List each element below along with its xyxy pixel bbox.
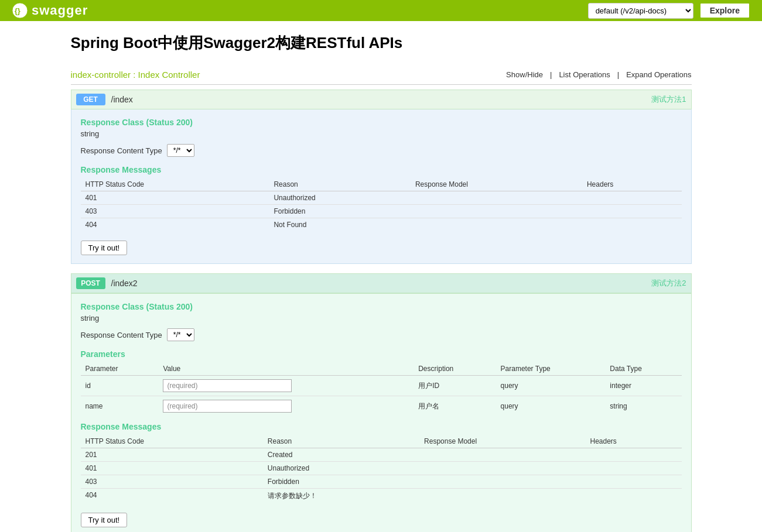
reason: Forbidden: [269, 205, 410, 218]
post-response-class-title: Response Class (Status 200): [81, 302, 682, 311]
response-model: [419, 489, 585, 504]
headers: [586, 475, 682, 489]
table-row: 401 Unauthorized: [81, 462, 682, 475]
post-col-headers: Headers: [586, 435, 682, 448]
swagger-logo: {} swagger: [12, 2, 88, 19]
post-col-model: Response Model: [419, 435, 585, 448]
param-input[interactable]: [163, 400, 292, 413]
post-operation-header[interactable]: POST /index2 测试方法2: [71, 273, 692, 293]
headers: [582, 205, 682, 218]
post-method-badge: POST: [76, 277, 105, 289]
page-title: Spring Boot中使用Swagger2构建RESTful APIs: [71, 33, 692, 53]
get-col-headers: Headers: [582, 178, 682, 191]
get-operation-header[interactable]: GET /index 测试方法1: [71, 90, 692, 109]
response-model: [411, 205, 582, 218]
get-response-type: string: [81, 129, 682, 138]
headers: [586, 448, 682, 462]
param-value: [158, 376, 414, 396]
get-col-status: HTTP Status Code: [81, 178, 269, 191]
response-model: [419, 462, 585, 475]
post-content-type-row: Response Content Type */*: [81, 328, 682, 341]
status-code: 201: [81, 448, 263, 462]
response-model: [419, 475, 585, 489]
get-content-type-select[interactable]: */*: [167, 144, 194, 157]
response-model: [411, 218, 582, 232]
post-try-it-button[interactable]: Try it out!: [81, 513, 128, 527]
headers: [582, 191, 682, 205]
list-operations-link[interactable]: List Operations: [559, 70, 610, 79]
reason: Not Found: [269, 218, 410, 232]
param-input[interactable]: [163, 379, 292, 392]
param-description: 用户名: [414, 396, 496, 417]
param-col-desc: Description: [414, 362, 496, 376]
table-row: 403 Forbidden: [81, 205, 682, 218]
param-data-type: string: [605, 396, 681, 417]
post-response-table: HTTP Status Code Reason Response Model H…: [81, 435, 682, 503]
expand-operations-link[interactable]: Expand Operations: [626, 70, 691, 79]
headers: [586, 489, 682, 504]
post-operation-link[interactable]: 测试方法2: [651, 278, 686, 289]
get-operation-body: Response Class (Status 200) string Respo…: [71, 109, 692, 264]
param-description: 用户ID: [414, 376, 496, 396]
param-col-value: Value: [158, 362, 414, 376]
get-content-type-label: Response Content Type: [81, 146, 162, 155]
response-model: [411, 191, 582, 205]
post-content-type-select[interactable]: */*: [167, 328, 194, 341]
status-code: 403: [81, 475, 263, 489]
param-data-type: integer: [605, 376, 681, 396]
headers: [582, 218, 682, 232]
param-name: id: [81, 376, 159, 396]
param-type: query: [496, 396, 606, 417]
get-try-it-button[interactable]: Try it out!: [81, 241, 128, 255]
nav-left: {} swagger: [12, 2, 88, 19]
controller-header: index-controller : Index Controller Show…: [71, 65, 692, 85]
param-col-name: Parameter: [81, 362, 159, 376]
status-code: 401: [81, 462, 263, 475]
list-item: name 用户名 query string: [81, 396, 682, 417]
post-content-type-label: Response Content Type: [81, 331, 162, 339]
swagger-title: swagger: [32, 3, 88, 18]
table-row: 403 Forbidden: [81, 475, 682, 489]
post-response-type: string: [81, 314, 682, 322]
get-response-class-title: Response Class (Status 200): [81, 118, 682, 127]
table-row: 404 请求参数缺少！: [81, 489, 682, 504]
get-operation-block: GET /index 测试方法1 Response Class (Status …: [71, 90, 692, 264]
post-params-table: Parameter Value Description Parameter Ty…: [81, 362, 682, 416]
param-type: query: [496, 376, 606, 396]
get-operation-path: /index: [111, 95, 133, 104]
status-code: 404: [81, 218, 269, 232]
table-row: 201 Created: [81, 448, 682, 462]
controller-actions: Show/Hide | List Operations | Expand Ope…: [506, 70, 691, 79]
param-name: name: [81, 396, 159, 417]
post-col-reason: Reason: [263, 435, 419, 448]
get-method-badge: GET: [76, 94, 105, 105]
post-operation-block: POST /index2 测试方法2 Response Class (Statu…: [71, 273, 692, 532]
get-response-table: HTTP Status Code Reason Response Model H…: [81, 178, 682, 231]
svg-text:{}: {}: [15, 6, 20, 15]
reason: 请求参数缺少！: [263, 489, 419, 504]
response-model: [419, 448, 585, 462]
get-response-messages-title: Response Messages: [81, 165, 682, 174]
controller-name: index-controller : Index Controller: [71, 70, 200, 80]
param-col-dtype: Data Type: [605, 362, 681, 376]
param-value: [158, 396, 414, 417]
show-hide-link[interactable]: Show/Hide: [506, 70, 543, 79]
get-col-reason: Reason: [269, 178, 410, 191]
reason: Created: [263, 448, 419, 462]
reason: Forbidden: [263, 475, 419, 489]
get-col-model: Response Model: [411, 178, 582, 191]
get-operation-link[interactable]: 测试方法1: [651, 94, 686, 105]
list-item: id 用户ID query integer: [81, 376, 682, 396]
headers: [586, 462, 682, 475]
post-col-status: HTTP Status Code: [81, 435, 263, 448]
status-code: 404: [81, 489, 263, 504]
swagger-icon: {}: [12, 2, 28, 19]
table-row: 401 Unauthorized: [81, 191, 682, 205]
post-operation-body: Response Class (Status 200) string Respo…: [71, 293, 692, 532]
table-row: 404 Not Found: [81, 218, 682, 232]
param-col-type: Parameter Type: [496, 362, 606, 376]
explore-button[interactable]: Explore: [699, 2, 750, 19]
nav-right: default (/v2/api-docs) Explore: [588, 2, 750, 19]
post-response-messages-title: Response Messages: [81, 422, 682, 431]
api-url-select[interactable]: default (/v2/api-docs): [588, 3, 693, 19]
